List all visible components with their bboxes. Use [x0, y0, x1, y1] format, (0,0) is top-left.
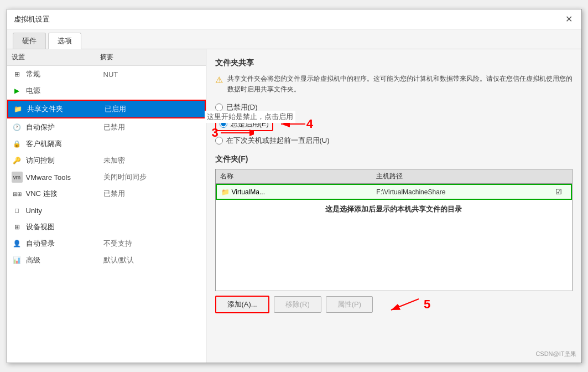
header-setting: 设置 — [12, 53, 100, 62]
unity-icon: □ — [12, 205, 23, 216]
list-items: ⊞ 常规 NUT ▶ 电源 📁 共享文件夹 已启用 — [7, 66, 206, 363]
item-name: 访问控制 — [26, 156, 103, 166]
radio-group: 已禁用(D) 总是启用(E) — [215, 102, 573, 146]
sidebar-item-auto-login[interactable]: 👤 自动登录 不受支持 — [7, 235, 206, 252]
close-button[interactable]: ✕ — [564, 14, 575, 25]
item-name: 设备视图 — [26, 222, 103, 232]
tabs-bar: 硬件 选项 — [7, 29, 581, 49]
folder-hint: 这是选择添加后显示的本机共享文件的目录 — [216, 200, 572, 219]
title-bar: 虚拟机设置 ✕ — [7, 9, 581, 29]
item-name: VNC 连接 — [26, 189, 103, 199]
sidebar-item-access-control[interactable]: 🔑 访问控制 未加密 — [7, 152, 206, 169]
svg-line-5 — [391, 299, 419, 310]
tab-hardware[interactable]: 硬件 — [13, 33, 46, 49]
shared-folder-icon: 📁 — [13, 104, 24, 115]
item-name: VMware Tools — [26, 173, 103, 182]
add-with-annotation: 添加(A)... — [215, 296, 269, 313]
sidebar-item-auto-protect[interactable]: 🕐 自动保护 已禁用 — [7, 119, 206, 136]
item-value: 已禁用 — [103, 122, 201, 132]
auto-login-icon: 👤 — [12, 238, 23, 249]
folder-name-text: VirtualMa... — [232, 188, 265, 196]
warning-text: 共享文件夹会将您的文件显示给虚拟机中的程序。这可能为您的计算机和数据带来风险。请… — [227, 74, 573, 95]
item-name: 共享文件夹 — [27, 104, 105, 114]
sidebar-item-general[interactable]: ⊞ 常规 NUT — [7, 66, 206, 82]
remove-button[interactable]: 移除(R) — [274, 296, 321, 313]
annotation-4-label: 4 — [306, 117, 313, 131]
access-control-icon: 🔑 — [12, 155, 23, 166]
header-summary: 摘要 — [100, 53, 201, 62]
col-header-path: 主机路径 — [376, 172, 567, 181]
sidebar-item-device-view[interactable]: ⊞ 设备视图 — [7, 219, 206, 235]
col-header-name: 名称 — [220, 172, 377, 181]
folder-section-title: 文件夹(F) — [215, 154, 573, 164]
main-content: 设置 摘要 ⊞ 常规 NUT ▶ 电源 📁 — [7, 49, 581, 363]
folder-table-body: 📁 VirtualMa... F:\VirtualMachineShare ☑ … — [216, 184, 572, 291]
item-name: 自动登录 — [26, 239, 103, 249]
shared-folder-wrapper: 📁 共享文件夹 已启用 — [7, 100, 206, 118]
sidebar-item-power[interactable]: ▶ 电源 — [7, 82, 206, 99]
annotation-5-container: 5 — [388, 296, 430, 313]
annotation-3-label: 3 — [212, 126, 218, 140]
add-button-wrapper: 添加(A)... — [215, 296, 269, 313]
sidebar-item-advanced[interactable]: 📊 高级 默认/默认 — [7, 252, 206, 268]
vm-settings-window: 虚拟机设置 ✕ 硬件 选项 设置 摘要 ⊞ 常规 NUT ▶ — [7, 9, 582, 363]
item-name: 常规 — [26, 69, 103, 79]
vmware-tools-icon: vm — [12, 172, 23, 183]
guest-isolation-icon: 🔒 — [12, 138, 23, 149]
folder-table-empty — [216, 219, 572, 291]
folder-row-name: 📁 VirtualMa... — [221, 188, 377, 196]
sidebar-item-unity[interactable]: □ Unity — [7, 202, 206, 219]
sidebar-item-guest-isolation[interactable]: 🔒 客户机隔离 — [7, 136, 206, 152]
annotation-5-label: 5 — [424, 297, 430, 312]
sidebar-item-vnc[interactable]: ⊞⊞ VNC 连接 已禁用 — [7, 185, 206, 202]
folder-row-path: F:\VirtualMachineShare — [376, 188, 550, 196]
shared-folder-note: 这里开始是禁止，点击启用 — [205, 111, 295, 123]
folder-table-header: 名称 主机路径 — [216, 169, 572, 184]
right-panel: 3 文件夹共享 ⚠ 共享文件夹会将您的文件显示给虚拟机中的程序。这可能为您的计算… — [206, 49, 581, 363]
device-view-icon: ⊞ — [12, 221, 23, 232]
annotation-5-arrow — [388, 296, 422, 313]
item-value: 关闭时间同步 — [103, 172, 201, 182]
left-panel: 设置 摘要 ⊞ 常规 NUT ▶ 电源 📁 — [7, 49, 206, 363]
item-name: 客户机隔离 — [26, 139, 103, 149]
item-name: 高级 — [26, 255, 103, 265]
folder-buttons: 添加(A)... 移除(R) 属性(P) 5 — [215, 296, 573, 313]
auto-protect-icon: 🕐 — [12, 122, 23, 133]
folder-sharing-title: 文件夹共享 — [215, 58, 573, 68]
item-name: 电源 — [26, 86, 103, 96]
advanced-icon: 📊 — [12, 255, 23, 266]
tab-options[interactable]: 选项 — [48, 33, 81, 49]
warning-icon: ⚠ — [215, 75, 223, 85]
warning-box: ⚠ 共享文件夹会将您的文件显示给虚拟机中的程序。这可能为您的计算机和数据带来风险… — [215, 74, 573, 95]
item-value: 未加密 — [103, 156, 201, 166]
annotation-3-arrow — [221, 127, 254, 138]
item-value: 不受支持 — [103, 239, 201, 249]
vnc-icon: ⊞⊞ — [12, 188, 23, 199]
folder-row[interactable]: 📁 VirtualMa... F:\VirtualMachineShare ☑ — [216, 184, 572, 200]
item-value: NUT — [103, 70, 201, 79]
watermark: CSDN@IT坚果 — [535, 350, 576, 358]
power-icon: ▶ — [12, 85, 23, 96]
folder-row-icon: 📁 — [221, 188, 230, 196]
item-name: Unity — [26, 206, 103, 215]
item-value: 已禁用 — [103, 189, 201, 199]
general-icon: ⊞ — [12, 69, 23, 80]
folder-row-check: ☑ — [551, 188, 566, 196]
folder-table: 名称 主机路径 📁 VirtualMa... F:\VirtualMachine… — [215, 169, 573, 291]
item-name: 自动保护 — [26, 122, 103, 132]
properties-button[interactable]: 属性(P) — [326, 296, 373, 313]
window-title: 虚拟机设置 — [14, 14, 50, 24]
list-header: 设置 摘要 — [7, 49, 206, 66]
annotation-3: 3 — [212, 126, 254, 140]
item-value: 默认/默认 — [103, 255, 201, 265]
sidebar-item-vmware-tools[interactable]: vm VMware Tools 关闭时间同步 — [7, 169, 206, 185]
add-button[interactable]: 添加(A)... — [215, 296, 269, 313]
sidebar-item-shared-folder[interactable]: 📁 共享文件夹 已启用 — [8, 101, 205, 117]
radio-until-off[interactable]: 在下次关机或挂起前一直启用(U) — [215, 136, 573, 146]
item-value: 已启用 — [105, 104, 200, 114]
